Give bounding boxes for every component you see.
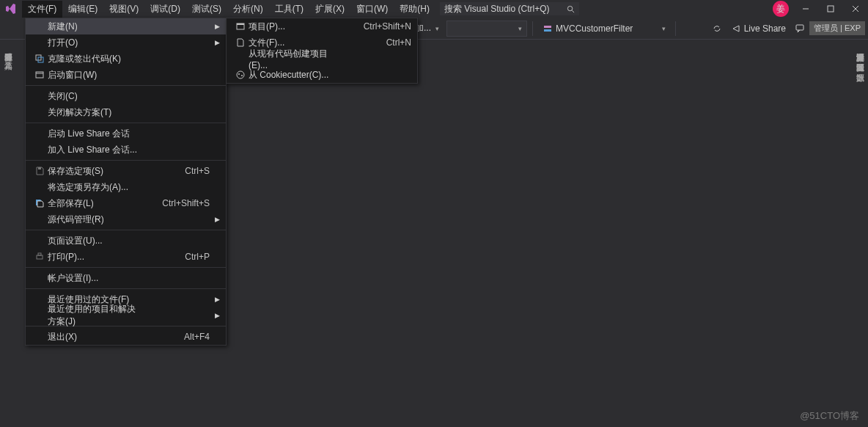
right-rail: 解决方案资源管理器团队资源管理器数据源 — [852, 40, 868, 70]
side-tab[interactable]: 数据源 — [853, 65, 867, 70]
svg-rect-11 — [36, 72, 43, 78]
menu-separator — [26, 230, 226, 230]
menu-item[interactable]: 测试(S) — [186, 1, 227, 18]
submenu-arrow-icon: ▶ — [210, 312, 220, 319]
save-icon — [32, 166, 48, 176]
menu-separator — [26, 160, 226, 161]
maximize-button[interactable] — [818, 0, 843, 18]
submenu-label: 从 Cookiecutter(C)... — [249, 69, 345, 81]
svg-point-19 — [238, 73, 240, 75]
search-input[interactable]: 搜索 Visual Studio (Ctrl+Q) — [440, 2, 579, 15]
chevron-down-icon: ▾ — [518, 25, 522, 32]
menu-label: 帐户设置(I)... — [48, 272, 144, 285]
submenu-row[interactable]: 从现有代码创建项目(E)... — [227, 51, 417, 67]
stack-icon — [542, 23, 553, 34]
window-icon — [32, 70, 48, 80]
menu-row[interactable]: 全部保存(L)Ctrl+Shift+S — [26, 195, 226, 211]
menu-row[interactable]: 启动窗口(W) — [26, 67, 226, 83]
window-controls: 姜 — [773, 0, 868, 18]
menu-row[interactable]: 最近使用的项目和解决方案(J)▶ — [26, 307, 226, 324]
menu-row[interactable]: 新建(N)▶ — [26, 18, 226, 34]
menu-label: 保存选定项(S) — [48, 165, 144, 178]
chevron-down-icon: ▾ — [435, 25, 439, 32]
svg-rect-3 — [828, 6, 834, 12]
menu-row: 关闭(C) — [26, 88, 226, 104]
menu-row[interactable]: 启动 Live Share 会话 — [26, 125, 226, 142]
chevron-down-icon: ▾ — [662, 25, 666, 32]
file-menu-dropdown: 新建(N)▶打开(O)▶克隆或签出代码(K)启动窗口(W)关闭(C)关闭解决方案… — [25, 18, 227, 346]
menu-shortcut: Ctrl+P — [144, 252, 210, 262]
separator — [532, 21, 533, 36]
menu-label: 新建(N) — [48, 21, 144, 33]
project-combo[interactable]: MVCCustomerFilter ▾ — [538, 21, 670, 37]
side-tab[interactable]: 解决方案资源管理器 — [853, 44, 867, 50]
live-share-button[interactable]: Live Share — [727, 21, 790, 37]
cookie-icon — [232, 70, 249, 80]
menu-row: 将选定项另存为(A)... — [26, 179, 226, 195]
print-icon — [32, 252, 48, 262]
svg-line-1 — [572, 10, 574, 12]
svg-rect-13 — [38, 167, 41, 169]
submenu-arrow-icon: ▶ — [210, 23, 220, 30]
menubar: 文件(F)编辑(E)视图(V)调试(D)测试(S)分析(N)工具(T)扩展(X)… — [22, 1, 435, 18]
menu-row[interactable]: 加入 Live Share 会话... — [26, 142, 226, 158]
admin-badge: 管理员 | EXP — [809, 21, 865, 35]
menu-label: 打印(P)... — [48, 251, 144, 263]
close-button[interactable] — [843, 0, 868, 18]
share-icon — [731, 23, 741, 34]
side-tab[interactable]: 工具箱 — [1, 53, 15, 59]
svg-rect-17 — [237, 23, 244, 25]
menu-label: 最近使用的项目和解决方案(J) — [48, 303, 144, 328]
menu-label: 源代码管理(R) — [48, 213, 144, 226]
menu-label: 加入 Live Share 会话... — [48, 144, 144, 156]
menu-item[interactable]: 扩展(X) — [309, 1, 350, 18]
menu-item[interactable]: 编辑(E) — [62, 1, 103, 18]
clone-icon — [32, 54, 48, 64]
menu-item[interactable]: 帮助(H) — [394, 1, 435, 18]
menu-item[interactable]: 文件(F) — [22, 1, 62, 18]
target-combo[interactable]: ▾ — [446, 21, 527, 37]
menu-row[interactable]: 退出(X)Alt+F4 — [26, 329, 226, 345]
menu-label: 打开(O) — [48, 37, 144, 49]
menu-row[interactable]: 克隆或签出代码(K) — [26, 51, 226, 67]
svg-rect-7 — [544, 29, 551, 32]
submenu-shortcut: Ctrl+N — [345, 37, 411, 48]
avatar[interactable]: 姜 — [773, 1, 789, 17]
menu-item[interactable]: 调试(D) — [144, 1, 186, 18]
menu-label: 关闭(C) — [48, 90, 144, 103]
svg-point-0 — [567, 6, 572, 10]
search-placeholder: 搜索 Visual Studio (Ctrl+Q) — [444, 3, 550, 15]
menu-row[interactable]: 打开(O)▶ — [26, 34, 226, 51]
submenu-row[interactable]: 从 Cookiecutter(C)... — [227, 67, 417, 83]
menu-label: 全部保存(L) — [48, 197, 144, 210]
menu-row: 页面设置(U)... — [26, 233, 226, 249]
menu-separator — [26, 267, 226, 268]
menu-row[interactable]: 源代码管理(R)▶ — [26, 211, 226, 227]
submenu-arrow-icon: ▶ — [210, 39, 220, 46]
left-rail: 服务器资源管理器工具箱 — [0, 40, 16, 59]
menu-label: 关闭解决方案(T) — [48, 106, 144, 119]
menu-row: 关闭解决方案(T) — [26, 104, 226, 120]
menu-item[interactable]: 分析(N) — [227, 1, 269, 18]
sync-icon[interactable] — [712, 23, 722, 34]
separator — [675, 21, 676, 36]
submenu-arrow-icon: ▶ — [210, 216, 220, 223]
side-tab[interactable]: 服务器资源管理器 — [1, 44, 15, 50]
menu-label: 启动 Live Share 会话 — [48, 128, 144, 140]
menu-item[interactable]: 窗口(W) — [350, 1, 394, 18]
menu-row[interactable]: 帐户设置(I)... — [26, 270, 226, 286]
menu-label: 克隆或签出代码(K) — [48, 53, 144, 65]
proj-icon — [232, 21, 249, 32]
menu-row: 打印(P)...Ctrl+P — [26, 249, 226, 265]
minimize-button[interactable] — [793, 0, 818, 18]
menu-item[interactable]: 工具(T) — [269, 1, 309, 18]
menu-shortcut: Ctrl+Shift+S — [144, 198, 210, 208]
feedback-icon[interactable] — [795, 23, 805, 34]
menu-item[interactable]: 视图(V) — [103, 1, 144, 18]
svg-rect-8 — [796, 25, 803, 30]
submenu-row[interactable]: 项目(P)...Ctrl+Shift+N — [227, 18, 417, 34]
menu-label: 页面设置(U)... — [48, 235, 144, 247]
side-tab[interactable]: 团队资源管理器 — [853, 54, 867, 60]
svg-point-20 — [241, 75, 243, 76]
saveall-icon — [32, 198, 48, 208]
